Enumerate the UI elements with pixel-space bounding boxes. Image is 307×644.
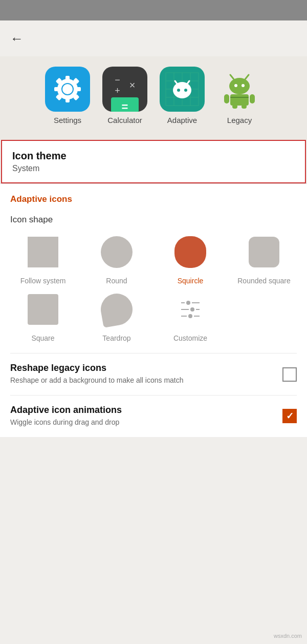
shape-round-label: Round [106, 276, 127, 285]
shape-customize[interactable]: Customize [158, 290, 223, 343]
icon-shape-grid-row2: Square Teardrop [10, 290, 297, 353]
svg-point-0 [62, 84, 73, 94]
svg-rect-27 [230, 94, 249, 106]
shape-square-label: Square [31, 334, 54, 343]
app-preview-area: Settings − + × = Calculator [0, 56, 307, 140]
shape-follow-system-visual [24, 233, 62, 271]
svg-line-24 [245, 75, 249, 80]
adaptive-animations-row[interactable]: Adaptive icon animations Wiggle icons du… [10, 395, 297, 437]
app-icon-adaptive: Adaptive [160, 67, 205, 124]
app-icon-calculator: − + × = Calculator [102, 67, 147, 124]
line-seg-2a [181, 309, 189, 310]
adaptive-android-svg [164, 71, 201, 108]
reshape-legacy-title: Reshape legacy icons [10, 363, 274, 373]
adaptive-animations-checkbox[interactable]: ✓ [282, 409, 297, 423]
line-seg-3a [181, 316, 187, 317]
shape-customize-visual [171, 290, 209, 328]
svg-rect-30 [232, 105, 237, 109]
line-seg-1a [181, 302, 185, 303]
slider-dot-1 [186, 301, 190, 305]
shape-squircle-icon [174, 236, 206, 268]
legacy-app-label: Legacy [227, 116, 252, 124]
svg-point-26 [242, 84, 245, 87]
adaptive-app-label: Adaptive [167, 116, 197, 124]
shape-teardrop-visual [98, 290, 136, 328]
legacy-android-svg [219, 69, 260, 110]
calc-icon-inner: − + × = [107, 71, 143, 107]
shape-teardrop-label: Teardrop [102, 334, 130, 343]
line-seg-3b [194, 316, 200, 317]
svg-rect-4 [54, 87, 59, 91]
slider-dot-3 [188, 314, 192, 318]
calc-top-left: − + [111, 75, 124, 95]
app-icon-settings: Settings [45, 67, 90, 124]
adaptive-icons-section: Adaptive icons Icon shape Follow system … [0, 184, 307, 437]
icon-theme-title: Icon theme [12, 150, 295, 162]
slider-dot-2 [190, 307, 194, 311]
reshape-legacy-row[interactable]: Reshape legacy icons Reshape or add a ba… [10, 353, 297, 395]
svg-point-17 [173, 82, 191, 98]
slider-line-2 [181, 307, 200, 311]
line-seg-1b [192, 302, 200, 303]
calc-equals: = [122, 100, 128, 112]
shape-rounded-square-label: Rounded square [237, 276, 291, 285]
reshape-legacy-desc: Reshape or add a background to make all … [10, 376, 274, 386]
calc-top-right: × [126, 75, 139, 95]
adaptive-animations-text: Adaptive icon animations Wiggle icons du… [10, 405, 282, 428]
calc-minus: − [115, 75, 120, 85]
shape-customize-icon [174, 294, 206, 325]
shape-rounded-square[interactable]: Rounded square [231, 233, 297, 285]
legacy-icon-bg [217, 67, 262, 112]
shape-squircle-visual [171, 233, 209, 271]
status-bar [0, 0, 307, 20]
shape-empty [231, 290, 297, 343]
calculator-app-label: Calculator [107, 116, 142, 124]
gear-svg [52, 74, 83, 105]
svg-point-22 [229, 78, 250, 94]
svg-point-21 [184, 89, 187, 92]
line-seg-2b [196, 309, 200, 310]
svg-rect-29 [250, 94, 255, 103]
back-button[interactable]: ← [10, 31, 24, 47]
shape-square[interactable]: Square [10, 290, 76, 343]
shape-teardrop[interactable]: Teardrop [84, 290, 149, 343]
adaptive-animations-title: Adaptive icon animations [10, 405, 274, 416]
slider-line-1 [181, 301, 200, 305]
svg-point-20 [177, 89, 180, 92]
shape-follow-system-label: Follow system [20, 276, 66, 285]
reshape-legacy-text: Reshape legacy icons Reshape or add a ba… [10, 363, 282, 386]
shape-teardrop-icon [98, 291, 135, 328]
shape-round-icon [101, 236, 133, 268]
adaptive-icon-bg [160, 67, 205, 112]
icon-shape-label: Icon shape [10, 210, 297, 233]
shape-round-visual [98, 233, 136, 271]
shape-rounded-square-visual [245, 233, 283, 271]
icon-shape-grid-row1: Follow system Round Squircle Rounded squ… [10, 233, 297, 290]
svg-rect-31 [242, 105, 247, 109]
svg-point-25 [234, 84, 237, 87]
settings-app-label: Settings [54, 116, 81, 124]
adaptive-icons-title: Adaptive icons [10, 184, 297, 210]
shape-square-visual [24, 290, 62, 328]
shape-follow-system-icon [28, 237, 58, 267]
svg-rect-3 [65, 97, 70, 102]
checkmark-icon: ✓ [286, 411, 294, 421]
adaptive-animations-desc: Wiggle icons during drag and drop [10, 418, 274, 428]
svg-rect-28 [224, 94, 229, 103]
calculator-icon-bg: − + × = [102, 67, 147, 112]
top-nav: ← [0, 20, 307, 56]
shape-square-icon [28, 294, 58, 325]
shape-round[interactable]: Round [84, 233, 149, 285]
icon-theme-row[interactable]: Icon theme System [1, 140, 306, 183]
watermark: wsxdn.com [274, 633, 302, 639]
reshape-legacy-checkbox[interactable] [282, 367, 297, 382]
calc-multiply: × [129, 79, 136, 91]
slider-line-3 [181, 314, 200, 318]
settings-icon-bg [45, 67, 90, 112]
shape-follow-system[interactable]: Follow system [10, 233, 76, 285]
calc-plus: + [115, 86, 120, 95]
shape-squircle-label: Squircle [178, 276, 204, 285]
sliders-icon [181, 301, 200, 318]
shape-squircle[interactable]: Squircle [158, 233, 223, 285]
shape-rounded-square-icon [249, 237, 279, 267]
